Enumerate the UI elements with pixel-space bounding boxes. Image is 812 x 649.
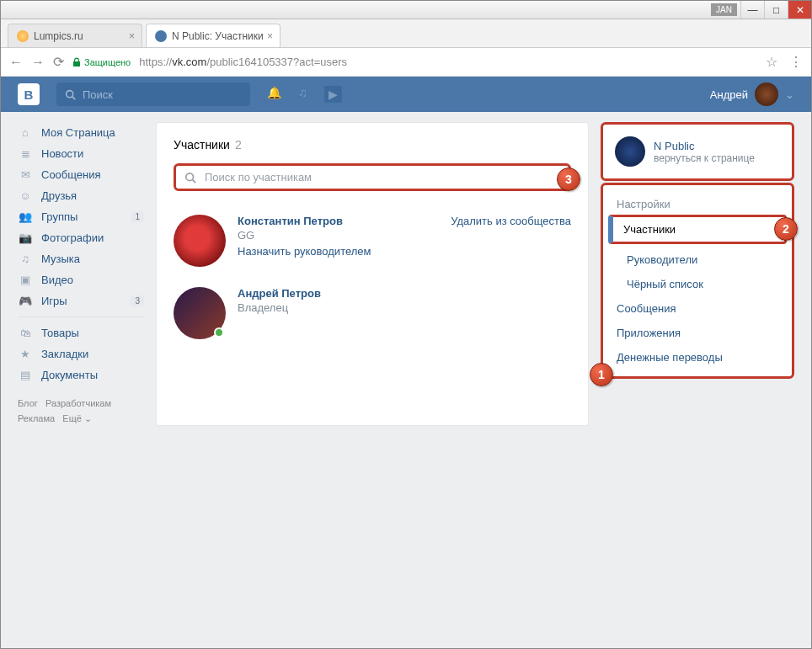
back-button[interactable]: ← (9, 55, 23, 70)
maximize-button[interactable]: □ (764, 1, 788, 19)
music-icon: ♫ (18, 253, 33, 265)
star-icon: ★ (18, 348, 33, 360)
play-icon[interactable]: ▶ (324, 86, 342, 103)
group-name: N Public (654, 140, 755, 152)
tab-title: Lumpics.ru (34, 30, 83, 42)
more-link[interactable]: Ещё ⌄ (62, 413, 92, 423)
separator (18, 317, 144, 317)
page-content: B Поиск 🔔 ♫ ▶ Андрей ⌄ ⌂Моя Страница ≣Но… (1, 77, 811, 648)
blog-link[interactable]: Блог (18, 398, 38, 408)
badge: 3 (131, 295, 144, 306)
nav-messages[interactable]: ✉Сообщения (18, 164, 144, 185)
member-status: GG (238, 229, 439, 242)
group-avatar (615, 136, 645, 167)
secure-indicator[interactable]: Защищено (72, 57, 131, 67)
search-icon (65, 89, 76, 100)
online-indicator (214, 327, 224, 338)
svg-point-2 (186, 173, 194, 180)
user-menu[interactable]: Андрей ⌄ (710, 82, 794, 106)
callout-3: 3 (557, 168, 580, 191)
bell-icon[interactable]: 🔔 (267, 86, 281, 103)
tab-title: N Public: Участники (172, 30, 264, 42)
vk-logo[interactable]: B (18, 83, 40, 105)
news-icon: ≣ (18, 147, 33, 160)
footer-links: Блог Разработчикам Реклама Ещё ⌄ (18, 396, 144, 426)
menu-managers[interactable]: Руководители (603, 247, 792, 272)
left-nav: ⌂Моя Страница ≣Новости ✉Сообщения ☺Друзь… (18, 122, 144, 426)
doc-icon: ▤ (18, 369, 33, 381)
group-header[interactable]: N Public вернуться к странице (601, 122, 794, 181)
badge: 1 (131, 211, 144, 222)
close-tab-icon[interactable]: × (129, 30, 135, 42)
menu-apps[interactable]: Приложения (603, 321, 792, 345)
menu-messages[interactable]: Сообщения (603, 296, 792, 321)
svg-line-3 (193, 179, 196, 183)
forward-button[interactable]: → (31, 55, 45, 70)
nav-photos[interactable]: 📷Фотографии (18, 227, 144, 248)
close-button[interactable]: ✕ (788, 1, 811, 19)
member-name-link[interactable]: Андрей Петров (238, 287, 571, 300)
vk-header: B Поиск 🔔 ♫ ▶ Андрей ⌄ (1, 77, 811, 112)
tab-bar: Lumpics.ru × N Public: Участники × (1, 19, 811, 48)
close-tab-icon[interactable]: × (267, 30, 273, 42)
nav-video[interactable]: ▣Видео (18, 269, 144, 290)
avatar (755, 82, 778, 106)
menu-settings[interactable]: Настройки (603, 192, 792, 216)
callout-1: 1 (590, 363, 613, 386)
menu-icon[interactable]: ⋮ (789, 54, 803, 70)
lock-icon (72, 57, 81, 67)
search-icon (184, 172, 196, 184)
nav-market[interactable]: 🛍Товары (18, 322, 144, 343)
nav-games[interactable]: 🎮Игры3 (18, 290, 144, 311)
nav-bookmarks[interactable]: ★Закладки (18, 343, 144, 364)
remove-member-link[interactable]: Удалить из сообщества (451, 215, 571, 267)
member-search-input[interactable]: Поиск по участникам 3 (174, 163, 571, 191)
ads-link[interactable]: Реклама (18, 413, 55, 423)
bag-icon: 🛍 (18, 327, 33, 339)
nav-groups[interactable]: 👥Группы1 (18, 206, 144, 227)
settings-menu: Настройки Участники 2 Руководители Чёрны… (601, 183, 794, 379)
member-row: Константин Петров GG Назначить руководит… (174, 205, 571, 277)
member-row: Андрей Петров Владелец (174, 277, 571, 349)
svg-point-0 (67, 90, 73, 97)
members-panel: Участники 2 Поиск по участникам 3 Конста… (156, 122, 589, 426)
dev-link[interactable]: Разработчикам (45, 398, 111, 408)
url-field[interactable]: https://vk.com/public164105337?act=users (139, 56, 347, 68)
back-to-page-link[interactable]: вернуться к странице (654, 152, 755, 164)
nav-friends[interactable]: ☺Друзья (18, 185, 144, 206)
menu-transfers[interactable]: Денежные переводы (603, 345, 792, 370)
tab-lumpics[interactable]: Lumpics.ru × (8, 24, 142, 47)
avatar[interactable] (174, 287, 226, 339)
member-name-link[interactable]: Константин Петров (238, 215, 439, 227)
minimize-button[interactable]: — (740, 1, 764, 19)
photo-icon: 📷 (18, 231, 33, 244)
svg-line-1 (72, 96, 75, 98)
tab-vk[interactable]: N Public: Участники × (146, 24, 280, 47)
window-titlebar: JAN — □ ✕ (1, 1, 811, 19)
menu-members[interactable]: Участники 2 (608, 215, 787, 244)
reload-button[interactable]: ⟳ (53, 54, 64, 70)
browser-window: JAN — □ ✕ Lumpics.ru × N Public: Участни… (0, 0, 812, 649)
jan-badge: JAN (711, 3, 737, 16)
music-icon[interactable]: ♫ (298, 86, 307, 103)
favicon-icon (155, 30, 167, 42)
nav-music[interactable]: ♫Музыка (18, 248, 144, 269)
chevron-down-icon: ⌄ (785, 88, 794, 101)
nav-news[interactable]: ≣Новости (18, 143, 144, 164)
page-title: Участники 2 (174, 138, 571, 152)
star-icon[interactable]: ☆ (766, 54, 777, 70)
address-bar: ← → ⟳ Защищено https://vk.com/public1641… (1, 48, 811, 77)
callout-2: 2 (774, 217, 798, 241)
avatar[interactable] (174, 215, 226, 267)
search-input[interactable]: Поиск (56, 82, 250, 106)
groups-icon: 👥 (18, 210, 33, 223)
nav-my-page[interactable]: ⌂Моя Страница (18, 122, 144, 143)
games-icon: 🎮 (18, 295, 33, 307)
nav-documents[interactable]: ▤Документы (18, 364, 144, 386)
video-icon: ▣ (18, 274, 33, 286)
assign-manager-link[interactable]: Назначить руководителем (238, 245, 439, 258)
right-column: N Public вернуться к странице Настройки … (601, 122, 794, 426)
menu-blacklist[interactable]: Чёрный список (603, 272, 792, 296)
member-role: Владелец (238, 301, 571, 314)
favicon-icon (17, 30, 29, 42)
